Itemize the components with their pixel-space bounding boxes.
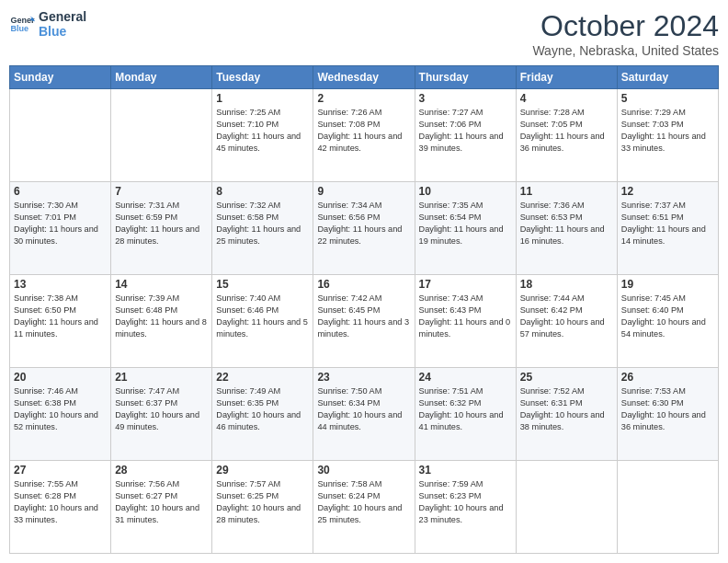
day-number: 27 bbox=[14, 464, 107, 477]
svg-text:Blue: Blue bbox=[10, 24, 28, 33]
col-header-friday: Friday bbox=[516, 66, 617, 89]
header-row: SundayMondayTuesdayWednesdayThursdayFrid… bbox=[10, 66, 719, 89]
calendar-cell: 15Sunrise: 7:40 AM Sunset: 6:46 PM Dayli… bbox=[212, 275, 313, 368]
day-number: 18 bbox=[520, 278, 613, 291]
day-number: 13 bbox=[14, 278, 107, 291]
day-info: Sunrise: 7:51 AM Sunset: 6:32 PM Dayligh… bbox=[419, 385, 512, 433]
day-number: 24 bbox=[419, 371, 512, 384]
day-info: Sunrise: 7:28 AM Sunset: 7:05 PM Dayligh… bbox=[520, 107, 613, 155]
day-number: 1 bbox=[216, 92, 309, 105]
week-row-4: 20Sunrise: 7:46 AM Sunset: 6:38 PM Dayli… bbox=[10, 368, 719, 461]
day-number: 29 bbox=[216, 464, 309, 477]
day-info: Sunrise: 7:49 AM Sunset: 6:35 PM Dayligh… bbox=[216, 385, 309, 433]
calendar-cell: 27Sunrise: 7:55 AM Sunset: 6:28 PM Dayli… bbox=[10, 461, 111, 554]
logo-icon: General Blue bbox=[9, 11, 35, 37]
day-number: 31 bbox=[419, 464, 512, 477]
day-number: 21 bbox=[115, 371, 208, 384]
day-info: Sunrise: 7:34 AM Sunset: 6:56 PM Dayligh… bbox=[317, 200, 410, 247]
day-number: 9 bbox=[317, 185, 410, 198]
calendar-cell: 30Sunrise: 7:58 AM Sunset: 6:24 PM Dayli… bbox=[313, 461, 415, 554]
month-title: October 2024 bbox=[532, 9, 719, 43]
day-info: Sunrise: 7:55 AM Sunset: 6:28 PM Dayligh… bbox=[14, 478, 107, 526]
calendar-cell: 31Sunrise: 7:59 AM Sunset: 6:23 PM Dayli… bbox=[415, 461, 516, 554]
col-header-thursday: Thursday bbox=[415, 66, 516, 89]
calendar-cell: 5Sunrise: 7:29 AM Sunset: 7:03 PM Daylig… bbox=[617, 89, 718, 182]
calendar-cell: 16Sunrise: 7:42 AM Sunset: 6:45 PM Dayli… bbox=[313, 275, 415, 368]
day-number: 12 bbox=[621, 185, 714, 198]
day-info: Sunrise: 7:50 AM Sunset: 6:34 PM Dayligh… bbox=[317, 385, 410, 433]
calendar-cell: 11Sunrise: 7:36 AM Sunset: 6:53 PM Dayli… bbox=[516, 182, 617, 275]
calendar-cell: 4Sunrise: 7:28 AM Sunset: 7:05 PM Daylig… bbox=[516, 89, 617, 182]
day-number: 6 bbox=[14, 185, 107, 198]
day-info: Sunrise: 7:46 AM Sunset: 6:38 PM Dayligh… bbox=[14, 385, 107, 433]
day-number: 17 bbox=[419, 278, 512, 291]
calendar-cell: 22Sunrise: 7:49 AM Sunset: 6:35 PM Dayli… bbox=[212, 368, 313, 461]
col-header-tuesday: Tuesday bbox=[212, 66, 313, 89]
calendar-cell: 3Sunrise: 7:27 AM Sunset: 7:06 PM Daylig… bbox=[415, 89, 516, 182]
calendar-cell: 19Sunrise: 7:45 AM Sunset: 6:40 PM Dayli… bbox=[617, 275, 718, 368]
day-info: Sunrise: 7:29 AM Sunset: 7:03 PM Dayligh… bbox=[621, 107, 714, 155]
calendar-cell: 14Sunrise: 7:39 AM Sunset: 6:48 PM Dayli… bbox=[111, 275, 212, 368]
day-number: 11 bbox=[520, 185, 613, 198]
calendar-cell: 1Sunrise: 7:25 AM Sunset: 7:10 PM Daylig… bbox=[212, 89, 313, 182]
day-info: Sunrise: 7:27 AM Sunset: 7:06 PM Dayligh… bbox=[419, 107, 512, 155]
calendar-cell: 29Sunrise: 7:57 AM Sunset: 6:25 PM Dayli… bbox=[212, 461, 313, 554]
day-info: Sunrise: 7:56 AM Sunset: 6:27 PM Dayligh… bbox=[115, 478, 208, 526]
calendar-cell: 10Sunrise: 7:35 AM Sunset: 6:54 PM Dayli… bbox=[415, 182, 516, 275]
day-info: Sunrise: 7:31 AM Sunset: 6:59 PM Dayligh… bbox=[115, 200, 208, 247]
day-info: Sunrise: 7:30 AM Sunset: 7:01 PM Dayligh… bbox=[14, 200, 107, 247]
day-info: Sunrise: 7:37 AM Sunset: 6:51 PM Dayligh… bbox=[621, 200, 714, 247]
day-info: Sunrise: 7:32 AM Sunset: 6:58 PM Dayligh… bbox=[216, 200, 309, 247]
calendar-cell: 9Sunrise: 7:34 AM Sunset: 6:56 PM Daylig… bbox=[313, 182, 415, 275]
day-info: Sunrise: 7:40 AM Sunset: 6:46 PM Dayligh… bbox=[216, 293, 309, 340]
title-block: October 2024 Wayne, Nebraska, United Sta… bbox=[532, 9, 719, 58]
day-info: Sunrise: 7:57 AM Sunset: 6:25 PM Dayligh… bbox=[216, 478, 309, 526]
day-number: 28 bbox=[115, 464, 208, 477]
page: General Blue General Blue October 2024 W… bbox=[0, 0, 728, 563]
day-info: Sunrise: 7:26 AM Sunset: 7:08 PM Dayligh… bbox=[317, 107, 410, 155]
day-info: Sunrise: 7:47 AM Sunset: 6:37 PM Dayligh… bbox=[115, 385, 208, 433]
calendar-cell: 7Sunrise: 7:31 AM Sunset: 6:59 PM Daylig… bbox=[111, 182, 212, 275]
day-info: Sunrise: 7:58 AM Sunset: 6:24 PM Dayligh… bbox=[317, 478, 410, 526]
logo: General Blue General Blue bbox=[9, 9, 86, 39]
calendar-cell: 13Sunrise: 7:38 AM Sunset: 6:50 PM Dayli… bbox=[10, 275, 111, 368]
calendar-cell: 26Sunrise: 7:53 AM Sunset: 6:30 PM Dayli… bbox=[617, 368, 718, 461]
calendar-cell: 24Sunrise: 7:51 AM Sunset: 6:32 PM Dayli… bbox=[415, 368, 516, 461]
logo-text: General Blue bbox=[39, 9, 86, 39]
calendar-cell: 6Sunrise: 7:30 AM Sunset: 7:01 PM Daylig… bbox=[10, 182, 111, 275]
day-number: 7 bbox=[115, 185, 208, 198]
calendar-cell: 2Sunrise: 7:26 AM Sunset: 7:08 PM Daylig… bbox=[313, 89, 415, 182]
day-number: 2 bbox=[317, 92, 410, 105]
col-header-monday: Monday bbox=[111, 66, 212, 89]
day-info: Sunrise: 7:35 AM Sunset: 6:54 PM Dayligh… bbox=[419, 200, 512, 247]
day-number: 16 bbox=[317, 278, 410, 291]
day-number: 26 bbox=[621, 371, 714, 384]
header: General Blue General Blue October 2024 W… bbox=[9, 9, 719, 58]
day-info: Sunrise: 7:38 AM Sunset: 6:50 PM Dayligh… bbox=[14, 293, 107, 340]
day-number: 5 bbox=[621, 92, 714, 105]
day-info: Sunrise: 7:59 AM Sunset: 6:23 PM Dayligh… bbox=[419, 478, 512, 526]
day-number: 3 bbox=[419, 92, 512, 105]
day-number: 14 bbox=[115, 278, 208, 291]
day-info: Sunrise: 7:25 AM Sunset: 7:10 PM Dayligh… bbox=[216, 107, 309, 155]
calendar-cell bbox=[516, 461, 617, 554]
calendar-cell: 12Sunrise: 7:37 AM Sunset: 6:51 PM Dayli… bbox=[617, 182, 718, 275]
day-number: 10 bbox=[419, 185, 512, 198]
day-info: Sunrise: 7:42 AM Sunset: 6:45 PM Dayligh… bbox=[317, 293, 410, 340]
col-header-saturday: Saturday bbox=[617, 66, 718, 89]
day-number: 19 bbox=[621, 278, 714, 291]
calendar-cell bbox=[10, 89, 111, 182]
calendar-cell bbox=[617, 461, 718, 554]
day-info: Sunrise: 7:45 AM Sunset: 6:40 PM Dayligh… bbox=[621, 293, 714, 340]
week-row-1: 1Sunrise: 7:25 AM Sunset: 7:10 PM Daylig… bbox=[10, 89, 719, 182]
day-number: 23 bbox=[317, 371, 410, 384]
calendar-cell: 23Sunrise: 7:50 AM Sunset: 6:34 PM Dayli… bbox=[313, 368, 415, 461]
calendar-table: SundayMondayTuesdayWednesdayThursdayFrid… bbox=[9, 65, 719, 554]
week-row-2: 6Sunrise: 7:30 AM Sunset: 7:01 PM Daylig… bbox=[10, 182, 719, 275]
calendar-cell: 18Sunrise: 7:44 AM Sunset: 6:42 PM Dayli… bbox=[516, 275, 617, 368]
week-row-5: 27Sunrise: 7:55 AM Sunset: 6:28 PM Dayli… bbox=[10, 461, 719, 554]
calendar-cell: 21Sunrise: 7:47 AM Sunset: 6:37 PM Dayli… bbox=[111, 368, 212, 461]
day-info: Sunrise: 7:44 AM Sunset: 6:42 PM Dayligh… bbox=[520, 293, 613, 340]
calendar-cell: 17Sunrise: 7:43 AM Sunset: 6:43 PM Dayli… bbox=[415, 275, 516, 368]
day-info: Sunrise: 7:43 AM Sunset: 6:43 PM Dayligh… bbox=[419, 293, 512, 340]
